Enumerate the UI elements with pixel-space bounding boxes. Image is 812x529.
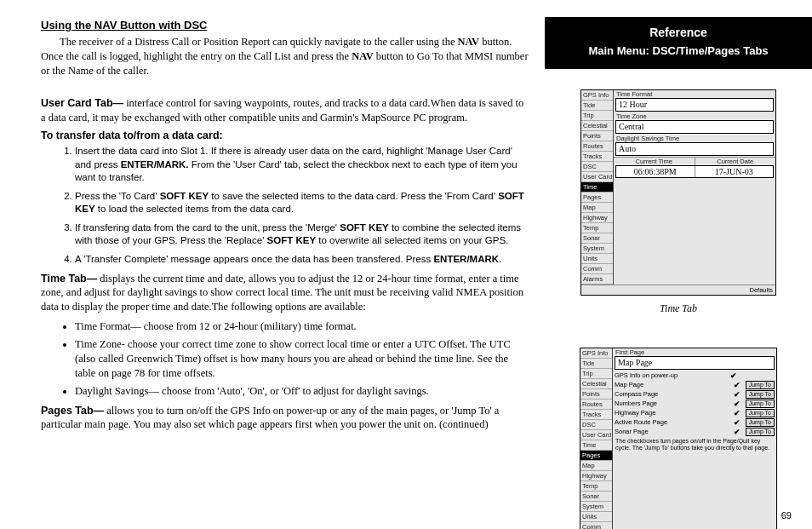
sidebar-tab: Points — [581, 131, 613, 141]
label-first-page: First Page — [613, 348, 776, 356]
check-icon: ✔ — [730, 418, 744, 427]
bullet-time-zone: Time Zone- choose your correct time zone… — [75, 337, 529, 381]
sidebar-tab: Map — [581, 203, 613, 213]
sidebar-tab: Routes — [580, 400, 612, 410]
check-icon: ✔ — [730, 428, 744, 436]
transfer-steps-list: Insert the data card into Slot 1. If the… — [41, 145, 529, 266]
sidebar-tab: DSC — [581, 162, 613, 172]
right-column: Reference Main Menu: DSC/Time/Pages Tabs… — [545, 0, 812, 529]
jump-to-button: Jump To — [746, 400, 775, 408]
p1a: The receiver of a Distress Call or Posit… — [60, 36, 458, 48]
sidebar-tab: Tide — [580, 359, 612, 369]
sidebar-tab: User Card — [581, 172, 613, 182]
paragraph-nav-dsc: The receiver of a Distress Call or Posit… — [41, 35, 529, 78]
bullet-time-format: Time Format— choose from 12 or 24-hour (… — [75, 319, 529, 334]
time-tab-text: displays the current time and date, allo… — [41, 273, 523, 313]
value-current-time: 06:06:38PM — [616, 166, 695, 177]
page-row-label: GPS Info on power-up — [615, 371, 727, 379]
sidebar-tab: Alarms — [581, 274, 613, 285]
page-row-label: Map Page — [615, 381, 730, 388]
sidebar-tab: Comm — [581, 264, 613, 274]
page-row: GPS Info on power-up✔ — [613, 371, 776, 380]
paragraph-user-card: User Card Tab— interface control for sav… — [41, 96, 529, 125]
page-row: Compass Page✔Jump To — [613, 389, 776, 399]
value-current-date: 17-JUN-03 — [695, 166, 774, 177]
time-content: Time Format 12 Hour Time Zone Central Da… — [614, 90, 775, 285]
page-row-label: Numbers Page — [615, 400, 730, 407]
sidebar-tab: GPS Info — [580, 348, 612, 359]
check-icon: ✔ — [730, 409, 744, 417]
label-dst: Daylight Savings Time — [614, 135, 775, 142]
jump-to-button: Jump To — [746, 381, 775, 389]
pages-content: First Page Map Page GPS Info on power-up… — [613, 348, 776, 529]
page-row: Active Route Page✔Jump To — [613, 417, 776, 427]
sidebar-tab: GPS Info — [581, 90, 613, 101]
page-row: Sonar Page✔Jump To — [613, 427, 776, 436]
jump-to-button: Jump To — [746, 390, 775, 399]
sidebar-tab: Pages — [581, 193, 613, 203]
time-tab-lead: Time Tab— — [41, 273, 97, 285]
page-row: Map Page✔Jump To — [613, 380, 776, 389]
sidebar-tab: Trip — [581, 111, 613, 121]
page-row-label: Active Route Page — [615, 418, 730, 426]
figure-time-tab: GPS InfoTideTripCelestialPointsRoutesTra… — [545, 89, 812, 315]
value-dst: Auto — [615, 142, 774, 156]
sidebar-tab: Sonar — [581, 233, 613, 244]
figure-pages-tab: GPS InfoTideTripCelestialPointsRoutesTra… — [545, 348, 812, 529]
sidebar-tab: Celestial — [580, 379, 612, 389]
sidebar-tab: Highway — [580, 471, 612, 481]
bullet-daylight: Daylight Savings— choose from 'Auto', 'O… — [75, 384, 529, 399]
step-2: Press the 'To Card' SOFT KEY to save the… — [75, 190, 529, 216]
heading-transfer: To transfer data to/from a data card: — [41, 129, 529, 141]
time-sidebar: GPS InfoTideTripCelestialPointsRoutesTra… — [581, 90, 614, 285]
heading-nav-dsc: Using the NAV Button with DSC — [41, 19, 529, 32]
label-current-time: Current Time — [614, 158, 695, 165]
sidebar-tab: Units — [580, 512, 612, 522]
pages-tab-lead: Pages Tab— — [41, 405, 104, 417]
sidebar-tab: System — [580, 502, 612, 512]
sidebar-tab: Tracks — [581, 152, 613, 162]
label-time-format: Time Format — [614, 90, 775, 98]
label-current-date: Current Date — [695, 158, 776, 165]
jump-to-button: Jump To — [746, 418, 775, 427]
jump-to-button: Jump To — [746, 428, 775, 436]
screenshot-time-tab: GPS InfoTideTripCelestialPointsRoutesTra… — [580, 89, 776, 296]
p1d: NAV — [352, 50, 373, 62]
sidebar-tab: Pages — [580, 451, 612, 461]
screenshot-pages-tab: GPS InfoTideTripCelestialPointsRoutesTra… — [580, 348, 777, 529]
value-first-page: Map Page — [615, 356, 775, 370]
page-row-label: Compass Page — [615, 390, 730, 398]
reference-banner: Reference Main Menu: DSC/Time/Pages Tabs — [545, 17, 812, 69]
sidebar-tab: Tide — [581, 101, 613, 111]
sidebar-tab: Map — [580, 461, 612, 471]
sidebar-tab: Sonar — [580, 492, 612, 502]
sidebar-tab: User Card — [580, 430, 612, 440]
pages-tab-text: allows you to turn on/off the GPS Info o… — [41, 405, 499, 431]
pages-sidebar: GPS InfoTideTripCelestialPointsRoutesTra… — [580, 348, 613, 529]
check-icon: ✔ — [730, 390, 744, 399]
page-row: Highway Page✔Jump To — [613, 408, 776, 417]
user-card-lead: User Card Tab— — [41, 97, 123, 109]
time-defaults: Defaults — [581, 285, 775, 295]
sidebar-tab: Trip — [580, 369, 612, 379]
jump-to-button: Jump To — [746, 409, 775, 417]
sidebar-tab: Points — [580, 389, 612, 400]
sidebar-tab: DSC — [580, 420, 612, 430]
sidebar-tab: Time — [580, 440, 612, 451]
sidebar-tab: Units — [581, 254, 613, 264]
sidebar-tab: Comm — [580, 522, 612, 529]
value-time-format: 12 Hour — [615, 98, 774, 112]
check-icon: ✔ — [730, 400, 744, 408]
p1b: NAV — [458, 36, 479, 48]
caption-time-tab: Time Tab — [545, 302, 812, 315]
page-row: Numbers Page✔Jump To — [613, 399, 776, 408]
reference-subtitle: Main Menu: DSC/Time/Pages Tabs — [552, 44, 805, 57]
step-4: A 'Transfer Complete' message appears on… — [75, 253, 529, 267]
sidebar-tab: Routes — [581, 141, 613, 152]
page-row-label: Highway Page — [615, 409, 730, 417]
sidebar-tab: Temp — [580, 481, 612, 492]
paragraph-time-tab: Time Tab— displays the current time and … — [41, 272, 529, 315]
check-icon: ✔ — [730, 381, 744, 389]
label-time-zone: Time Zone — [614, 112, 775, 120]
value-time-zone: Central — [615, 120, 774, 134]
